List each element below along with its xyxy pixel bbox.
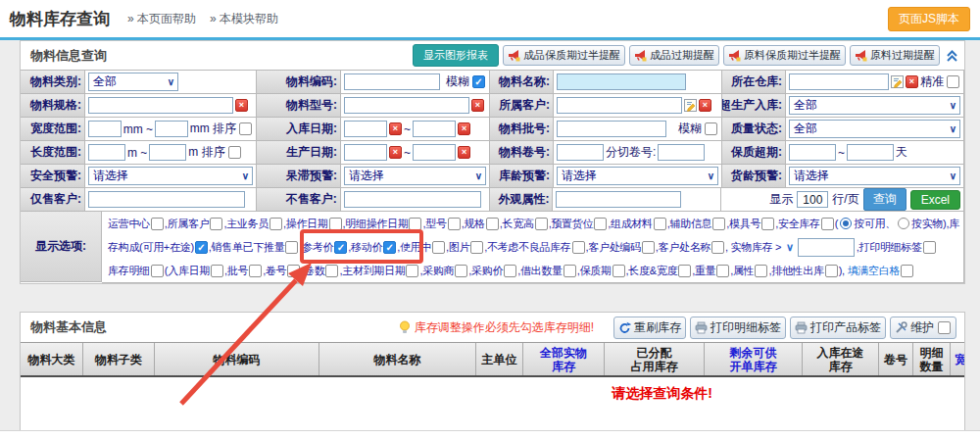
show-chart-report-button[interactable]: 显示图形报表 xyxy=(413,44,499,67)
collapse-panel-icon[interactable] xyxy=(946,49,958,63)
stock-age-warning-select[interactable]: 请选择∨ xyxy=(557,167,718,185)
option-checkbox[interactable] xyxy=(210,218,222,230)
option-checkbox[interactable] xyxy=(151,265,164,277)
clear-icon[interactable]: × xyxy=(458,146,470,159)
physical-stock-threshold-input[interactable] xyxy=(798,238,855,257)
picker-icon[interactable] xyxy=(891,75,904,88)
quality-status-select[interactable]: 全部∨ xyxy=(789,120,960,138)
owner-customer-input[interactable] xyxy=(557,97,682,114)
goods-age-warning-select[interactable]: 请选择∨ xyxy=(789,167,960,185)
clear-icon[interactable]: × xyxy=(389,122,402,135)
option-checkbox[interactable] xyxy=(711,241,724,254)
inbound-date-end-input[interactable] xyxy=(413,121,456,137)
option-checkbox[interactable] xyxy=(712,218,725,230)
refresh-stock-button[interactable]: 重刷库存 xyxy=(613,317,686,339)
shelf-overdue-max-input[interactable] xyxy=(847,144,894,161)
option-checkbox[interactable] xyxy=(406,265,418,277)
page-help-link[interactable]: » 本页面帮助 xyxy=(127,11,196,27)
production-date-end-input[interactable] xyxy=(413,144,456,161)
clear-icon[interactable]: × xyxy=(471,99,484,112)
option-checkbox[interactable] xyxy=(455,265,467,277)
option-checkbox[interactable] xyxy=(329,218,342,230)
option-checkbox[interactable] xyxy=(716,265,729,277)
option-checkbox[interactable] xyxy=(564,265,576,277)
column-header[interactable]: 全部实物 库存 xyxy=(523,343,605,375)
option-checkbox[interactable] xyxy=(486,218,499,230)
width-max-input[interactable] xyxy=(155,121,188,137)
option-checkbox[interactable]: ✓ xyxy=(383,241,396,254)
clear-icon[interactable]: × xyxy=(389,146,402,159)
reminder-material-half-shelf-button[interactable]: 原料保质期过半提醒 xyxy=(723,45,846,66)
option-radio[interactable] xyxy=(840,218,852,229)
option-checkbox[interactable] xyxy=(285,241,298,254)
clear-icon[interactable]: × xyxy=(699,99,711,112)
option-checkbox[interactable] xyxy=(825,265,838,277)
length-sort-checkbox[interactable] xyxy=(228,146,241,159)
length-max-input[interactable] xyxy=(149,144,186,161)
option-checkbox[interactable] xyxy=(821,218,834,230)
option-checkbox[interactable] xyxy=(678,265,691,277)
option-checkbox[interactable] xyxy=(612,265,625,277)
material-batch-input[interactable] xyxy=(557,121,666,137)
option-checkbox[interactable] xyxy=(504,265,516,277)
slit-roll-input[interactable] xyxy=(658,144,705,161)
clear-icon[interactable]: × xyxy=(235,99,248,112)
maintain-checkbox[interactable] xyxy=(938,321,951,334)
option-checkbox[interactable] xyxy=(151,218,164,230)
reminder-finished-half-shelf-button[interactable]: 成品保质期过半提醒 xyxy=(503,45,625,66)
fill-blank-link[interactable]: 填满空白格 xyxy=(848,264,901,278)
option-checkbox[interactable]: ✓ xyxy=(195,241,208,254)
width-sort-checkbox[interactable] xyxy=(239,122,252,135)
material-model-input[interactable] xyxy=(344,97,469,114)
only-sell-customer-input[interactable] xyxy=(88,191,245,208)
fuzzy-checkbox[interactable]: ✓ xyxy=(472,75,485,88)
option-checkbox[interactable] xyxy=(535,218,548,230)
page-size-input[interactable] xyxy=(797,191,828,208)
option-checkbox[interactable] xyxy=(470,241,483,254)
material-spec-input[interactable] xyxy=(88,97,233,114)
excel-button[interactable]: Excel xyxy=(910,190,960,210)
maintain-button[interactable]: 维护 xyxy=(890,317,956,339)
option-checkbox[interactable] xyxy=(409,218,421,230)
option-checkbox[interactable] xyxy=(287,265,300,277)
dropdown-chevron-icon[interactable]: ∨ xyxy=(786,241,794,254)
picker-icon[interactable] xyxy=(684,99,697,112)
production-date-start-input[interactable] xyxy=(344,144,387,161)
reminder-finished-expired-button[interactable]: 成品过期提醒 xyxy=(629,45,719,66)
option-checkbox[interactable] xyxy=(594,218,607,230)
option-checkbox[interactable] xyxy=(211,265,223,277)
inbound-date-start-input[interactable] xyxy=(344,121,387,137)
page-js-script-button[interactable]: 页面JS脚本 xyxy=(888,7,970,31)
material-roll-input[interactable] xyxy=(557,144,604,161)
option-checkbox[interactable] xyxy=(572,241,585,254)
clear-icon[interactable]: × xyxy=(458,122,470,135)
option-checkbox[interactable] xyxy=(642,241,655,254)
safety-warning-select[interactable]: 请选择∨ xyxy=(88,167,253,185)
option-radio[interactable] xyxy=(898,218,909,229)
option-checkbox[interactable] xyxy=(755,265,767,277)
over-production-select[interactable]: 全部∨ xyxy=(789,96,960,115)
precise-checkbox[interactable] xyxy=(947,75,959,88)
warehouse-input[interactable] xyxy=(789,73,889,90)
material-category-select[interactable]: 全部∨ xyxy=(88,73,178,91)
option-checkbox[interactable] xyxy=(325,265,338,277)
column-header[interactable]: 宽( xyxy=(951,343,964,375)
option-checkbox[interactable] xyxy=(654,218,666,230)
width-min-input[interactable] xyxy=(88,121,122,137)
material-name-input[interactable] xyxy=(557,73,686,90)
material-code-input[interactable] xyxy=(344,73,440,90)
option-checkbox[interactable] xyxy=(901,265,913,277)
print-detail-label-button[interactable]: 打印明细标签 xyxy=(690,317,786,339)
stagnant-warning-select[interactable]: 请选择∨ xyxy=(344,167,486,185)
option-checkbox[interactable] xyxy=(923,241,936,254)
print-product-label-button[interactable]: 打印产品标签 xyxy=(790,317,886,339)
option-checkbox[interactable] xyxy=(249,265,262,277)
option-checkbox[interactable] xyxy=(761,218,774,230)
clear-icon[interactable]: × xyxy=(906,75,918,88)
reminder-material-expired-button[interactable]: 原料过期提醒 xyxy=(850,45,940,66)
option-checkbox[interactable] xyxy=(270,218,282,230)
shelf-overdue-min-input[interactable] xyxy=(789,144,836,161)
appearance-input[interactable] xyxy=(556,191,681,208)
column-header[interactable]: 剩余可供 开单库存 xyxy=(705,343,803,375)
length-min-input[interactable] xyxy=(88,144,125,161)
